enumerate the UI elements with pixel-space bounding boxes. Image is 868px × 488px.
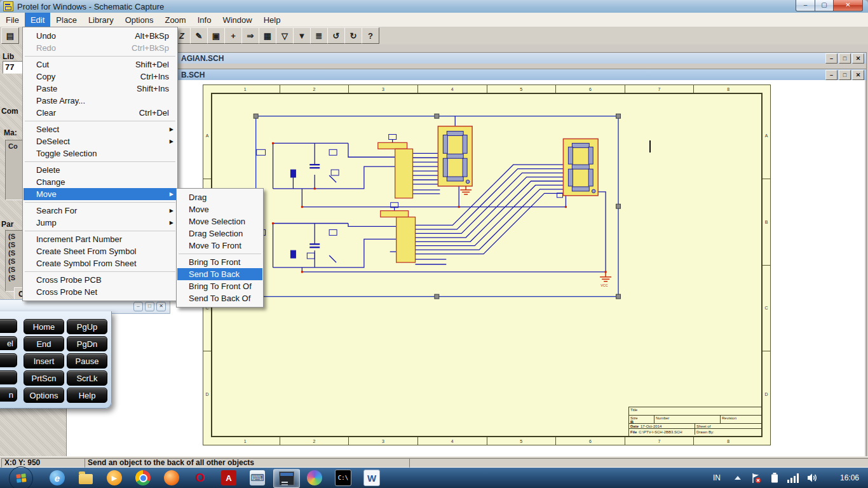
taskbar-protel-icon[interactable] xyxy=(273,469,300,488)
submenu-item-drag[interactable]: Drag xyxy=(177,191,262,203)
menu-item-create-sheet-from-symbol[interactable]: Create Sheet From Symbol xyxy=(24,245,177,257)
menu-item-cut[interactable]: CutShift+Del xyxy=(24,58,177,71)
menu-options[interactable]: Options xyxy=(119,13,159,27)
taskbar-media-center-icon[interactable] xyxy=(302,469,327,487)
battery-icon[interactable] xyxy=(770,468,779,488)
taskbar-firefox-icon[interactable] xyxy=(159,469,184,487)
move-tool-icon[interactable]: + xyxy=(224,27,242,44)
taskbar-adobe-reader-icon[interactable]: A xyxy=(216,469,241,487)
menu-item-create-symbol-from-sheet[interactable]: Create Symbol From Sheet xyxy=(24,257,177,269)
menu-item-deselect[interactable]: DeSelect▶ xyxy=(24,135,177,147)
junction-tool-icon[interactable]: ≣ xyxy=(310,27,328,44)
child2-maximize-button[interactable]: □ xyxy=(839,70,851,80)
action-center-icon[interactable] xyxy=(750,468,761,488)
osk-key-pause[interactable]: Pause xyxy=(67,353,107,369)
menu-help[interactable]: Help xyxy=(258,13,287,27)
clock[interactable]: 16:06 xyxy=(840,468,859,488)
app-titlebar[interactable]: Protel for Windows - Schematic Capture –… xyxy=(0,0,868,13)
menu-item-search-for[interactable]: Search For▶ xyxy=(24,205,177,217)
part-tool-icon[interactable]: ▦ xyxy=(259,27,276,44)
menu-item-select[interactable]: Select▶ xyxy=(24,123,177,135)
taskbar-internet-explorer-icon[interactable]: e xyxy=(44,469,70,487)
menu-item-paste-array[interactable]: Paste Array... xyxy=(24,95,177,107)
volume-icon[interactable] xyxy=(807,468,818,488)
menu-item-undo[interactable]: UndoAlt+BkSp xyxy=(24,30,177,42)
osk-key-pgup[interactable]: PgUp xyxy=(67,319,107,334)
fill-tool-icon[interactable]: ▽ xyxy=(276,27,294,44)
menu-item-redo[interactable]: RedoCtrl+BkSp xyxy=(24,42,177,54)
child-titlebar-bsch[interactable]: B.SCH – □ ✕ xyxy=(67,69,866,80)
submenu-item-bring-to-front-of[interactable]: Bring To Front Of xyxy=(177,280,262,292)
schematic-sheet[interactable]: 12345678 12345678 ABCD ABCD xyxy=(203,85,771,445)
submenu-item-move-selection[interactable]: Move Selection xyxy=(177,215,262,227)
submenu-item-bring-to-front[interactable]: Bring To Front xyxy=(177,256,262,268)
submenu-item-move-to-front[interactable]: Move To Front xyxy=(177,240,262,252)
menu-item-move[interactable]: Move▶ xyxy=(24,188,177,200)
taskbar-file-explorer-icon[interactable] xyxy=(73,469,98,487)
child2-close-button[interactable]: ✕ xyxy=(852,70,864,80)
child1-close-button[interactable]: ✕ xyxy=(852,53,864,64)
schematic-circuit[interactable]: VCC xyxy=(212,94,761,436)
menu-item-increment-part-number[interactable]: Increment Part Number xyxy=(24,233,177,245)
minimize-button[interactable]: – xyxy=(796,0,815,11)
menu-item-cross-probe-pcb[interactable]: Cross Probe PCB xyxy=(24,274,177,286)
menu-item-clear[interactable]: ClearCtrl+Del xyxy=(24,107,177,119)
menu-zoom[interactable]: Zoom xyxy=(159,13,191,27)
seven-segment-display-2[interactable] xyxy=(563,139,598,195)
bus-tool-icon[interactable]: ⇒ xyxy=(241,27,259,44)
osk-close-button[interactable]: ✕ xyxy=(156,302,166,311)
osk-key-help[interactable]: Help xyxy=(67,388,107,403)
start-button[interactable] xyxy=(9,466,33,488)
seven-segment-display-1[interactable] xyxy=(438,126,472,186)
menu-info[interactable]: Info xyxy=(192,13,217,27)
osk-key-insert[interactable]: Insert xyxy=(24,353,64,369)
menu-library[interactable]: Library xyxy=(83,13,119,27)
draw-tool-icon[interactable]: ✎ xyxy=(190,27,208,44)
osk-key-scrlk[interactable]: ScrLk xyxy=(67,370,107,386)
taskbar-chrome-icon[interactable] xyxy=(130,469,156,487)
menu-item-paste[interactable]: PasteShift+Ins xyxy=(24,83,177,95)
vcc-symbol[interactable]: VCC xyxy=(600,272,611,287)
menu-item-cross-probe-net[interactable]: Cross Probe Net xyxy=(24,286,177,298)
child-titlebar-agian[interactable]: AGIAN.SCH – □ ✕ xyxy=(67,53,866,64)
menu-item-delete[interactable]: Delete xyxy=(24,164,177,176)
undo-icon[interactable]: ↺ xyxy=(327,27,345,44)
osk-key-partial[interactable] xyxy=(0,353,17,367)
menu-file[interactable]: File xyxy=(0,13,25,27)
menu-item-change[interactable]: Change xyxy=(24,176,177,188)
close-button[interactable]: ✕ xyxy=(833,0,863,11)
osk-key-partial[interactable] xyxy=(0,370,17,384)
taskbar-opera-icon[interactable]: O xyxy=(187,469,213,487)
menu-window[interactable]: Window xyxy=(217,13,257,27)
osk-key-partial[interactable]: el xyxy=(0,336,17,350)
menu-item-toggle-selection[interactable]: Toggle Selection xyxy=(24,147,177,159)
help-icon[interactable]: ? xyxy=(362,27,379,44)
network-signal-icon[interactable] xyxy=(787,468,799,488)
taskbar-media-player-icon[interactable]: ▶ xyxy=(102,469,127,487)
osk-maximize-button[interactable]: □ xyxy=(145,302,154,311)
submenu-item-move[interactable]: Move xyxy=(177,203,262,215)
submenu-item-drag-selection[interactable]: Drag Selection xyxy=(177,227,262,240)
taskbar-keyboard-icon[interactable]: ⌨ xyxy=(245,469,270,487)
osk-key-pgdn[interactable]: PgDn xyxy=(67,336,107,351)
osk-key-options[interactable]: Options xyxy=(24,388,64,403)
menu-item-copy[interactable]: CopyCtrl+Ins xyxy=(24,71,177,83)
selection-box-icon[interactable]: ▣ xyxy=(207,27,225,44)
language-indicator[interactable]: IN xyxy=(713,468,721,488)
sheet-drawing-area[interactable]: VCC Title Size xyxy=(211,93,763,437)
sheet-structure-icon[interactable]: ▤ xyxy=(1,27,19,44)
submenu-item-send-to-back[interactable]: Send To Back xyxy=(177,268,262,280)
redo-icon[interactable]: ↻ xyxy=(344,27,362,44)
menu-place[interactable]: Place xyxy=(50,13,83,27)
maximize-button[interactable]: ▢ xyxy=(815,0,833,11)
osk-key-end[interactable]: End xyxy=(24,336,64,351)
osk-minimize-button[interactable]: – xyxy=(133,302,143,311)
menu-item-jump[interactable]: Jump▶ xyxy=(24,217,177,229)
submenu-item-send-to-back-of[interactable]: Send To Back Of xyxy=(177,292,262,304)
osk-key-partial[interactable]: n xyxy=(0,388,17,402)
on-screen-keyboard[interactable]: el n Home End Insert PrtScn Options PgUp… xyxy=(0,311,112,409)
osk-key-partial[interactable] xyxy=(0,319,17,333)
taskbar-command-prompt-icon[interactable]: C:\ xyxy=(330,469,356,487)
fill-edit-tool-icon[interactable]: ▼ xyxy=(293,27,311,44)
menu-edit[interactable]: Edit xyxy=(25,13,50,27)
